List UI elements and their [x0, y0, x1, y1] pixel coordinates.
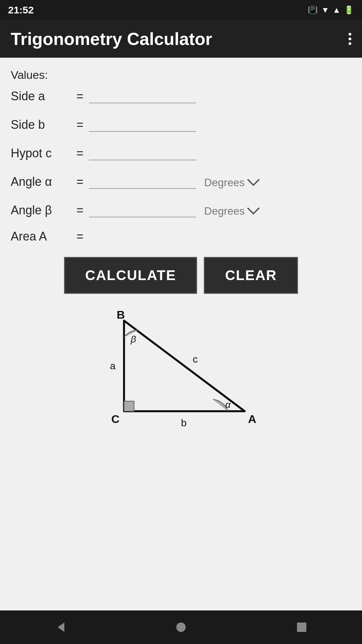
main-content: Values: Side a = Side b = Hypot c = Angl… — [0, 58, 362, 610]
svg-rect-13 — [297, 623, 306, 632]
hypot-c-row: Hypot c = — [11, 144, 351, 160]
svg-text:C: C — [111, 413, 120, 425]
angle-beta-unit: Degrees — [204, 205, 245, 217]
signal-icon: ▲ — [333, 5, 341, 15]
svg-text:α: α — [225, 399, 231, 410]
area-a-equals: = — [76, 229, 83, 244]
angle-beta-unit-selector[interactable]: Degrees — [204, 205, 259, 217]
side-b-label: Side b — [11, 118, 71, 132]
svg-marker-0 — [124, 321, 245, 411]
svg-rect-1 — [124, 401, 134, 411]
status-icons: 📳 ▼ ▲ 🔋 — [308, 5, 354, 15]
app-title: Trigonometry Calculator — [11, 29, 212, 49]
angle-alpha-row: Angle α = Degrees — [11, 172, 351, 189]
wifi-icon: ▼ — [321, 5, 329, 15]
status-bar: 21:52 📳 ▼ ▲ 🔋 — [0, 0, 362, 20]
angle-beta-input[interactable] — [89, 201, 196, 217]
hypot-c-input[interactable] — [89, 144, 196, 160]
svg-text:c: c — [193, 354, 198, 365]
area-a-label: Area A — [11, 229, 71, 244]
recents-icon — [296, 621, 308, 633]
svg-marker-11 — [58, 623, 64, 632]
side-b-row: Side b = — [11, 115, 351, 132]
svg-text:a: a — [110, 360, 116, 371]
angle-alpha-unit: Degrees — [204, 176, 245, 189]
triangle-svg: B C A a b c α β — [97, 307, 265, 435]
side-b-equals: = — [76, 118, 83, 132]
values-label: Values: — [11, 68, 351, 82]
home-icon — [175, 621, 187, 633]
angle-alpha-label: Angle α — [11, 175, 71, 189]
angle-beta-label: Angle β — [11, 203, 71, 217]
angle-alpha-unit-selector[interactable]: Degrees — [204, 176, 259, 189]
buttons-row: CALCULATE CLEAR — [11, 257, 351, 294]
svg-text:A: A — [248, 413, 256, 425]
home-button[interactable] — [173, 619, 189, 636]
triangle-diagram: B C A a b c α β — [11, 307, 351, 435]
back-icon — [54, 621, 66, 633]
svg-text:B: B — [117, 308, 125, 321]
recents-button[interactable] — [293, 619, 310, 636]
side-a-label: Side a — [11, 89, 71, 103]
angle-beta-equals: = — [76, 203, 83, 217]
status-time: 21:52 — [8, 4, 34, 16]
side-b-input[interactable] — [89, 115, 196, 132]
vibrate-icon: 📳 — [308, 5, 318, 15]
angle-beta-row: Angle β = Degrees — [11, 201, 351, 217]
side-a-equals: = — [76, 89, 83, 103]
svg-text:b: b — [181, 417, 187, 428]
hypot-c-label: Hypot c — [11, 146, 71, 160]
nav-bar — [0, 610, 362, 644]
angle-alpha-equals: = — [76, 175, 83, 189]
angle-alpha-chevron-icon — [247, 179, 259, 186]
menu-button[interactable] — [349, 33, 351, 45]
side-a-row: Side a = — [11, 87, 351, 103]
battery-icon: 🔋 — [344, 5, 354, 15]
area-a-row: Area A = — [11, 229, 351, 244]
clear-button[interactable]: CLEAR — [204, 257, 298, 294]
calculate-button[interactable]: CALCULATE — [64, 257, 197, 294]
app-bar: Trigonometry Calculator — [0, 20, 362, 58]
angle-beta-chevron-icon — [247, 208, 259, 215]
svg-text:β: β — [130, 334, 136, 344]
svg-point-12 — [176, 623, 186, 632]
side-a-input[interactable] — [89, 87, 196, 103]
back-button[interactable] — [52, 619, 69, 636]
angle-alpha-input[interactable] — [89, 172, 196, 189]
hypot-c-equals: = — [76, 146, 83, 160]
